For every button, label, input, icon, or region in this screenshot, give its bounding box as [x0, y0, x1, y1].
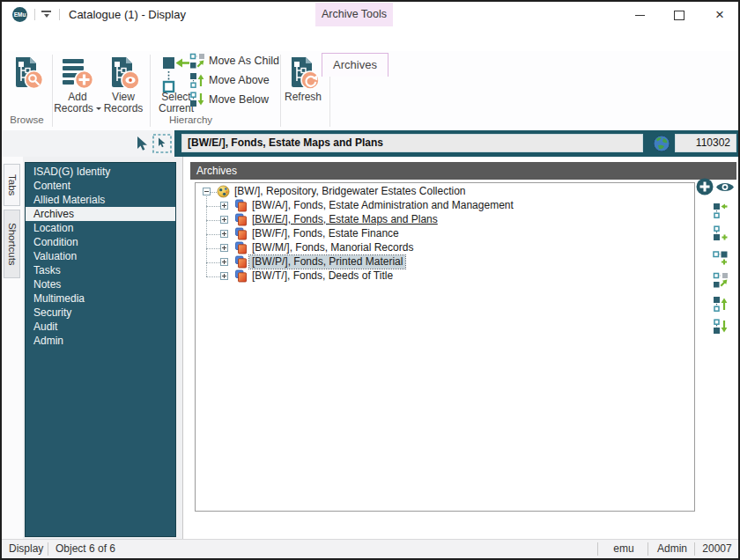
fonds-icon	[234, 269, 248, 283]
sidebar-item-security[interactable]: Security	[26, 306, 175, 320]
window-title: Catalogue (1) - Display	[69, 8, 186, 21]
side-tab-tabs[interactable]: Tabs	[4, 164, 20, 206]
record-header-bar: [BW/E/], Fonds, Estate Maps and Plans 11…	[174, 130, 738, 157]
sidebar-item-admin[interactable]: Admin	[26, 334, 175, 348]
selection-header-row: [BW/E/], Fonds, Estate Maps and Plans 11…	[2, 130, 738, 157]
emu-logo-icon[interactable]: EMu	[12, 7, 27, 22]
sidebar-item-valuation[interactable]: Valuation	[26, 249, 175, 263]
sidebar-item-location[interactable]: Location	[26, 221, 175, 235]
tree-row[interactable]: [BW/F/], Fonds, Estate Finance	[196, 227, 692, 241]
tree-node-label[interactable]: [BW/M/], Fonds, Manorial Records	[249, 241, 416, 254]
group-label-browse: Browse	[2, 114, 52, 125]
browse-records-icon[interactable]	[10, 55, 45, 91]
pointer-tool-button[interactable]	[131, 134, 151, 153]
move-node-below-button[interactable]	[713, 319, 729, 338]
tab-list-sidebar: ISAD(G) Identity Content Allied Material…	[25, 162, 176, 537]
view-node-button[interactable]	[715, 181, 735, 197]
sidebar-item-content[interactable]: Content	[26, 179, 175, 193]
expand-toggle-icon[interactable]	[220, 244, 228, 252]
add-child-node-icon	[713, 225, 729, 241]
selection-box-pointer-icon	[152, 134, 172, 153]
view-records-button[interactable]: View Records	[97, 92, 150, 114]
tree-row[interactable]: [BW/T/], Fonds, Deeds of Title	[196, 269, 692, 284]
sidebar-item-multimedia[interactable]: Multimedia	[26, 291, 175, 306]
sidebar-item-audit[interactable]: Audit	[26, 320, 175, 334]
tree-node-label-selected[interactable]: [BW/P/], Fonds, Printed Material	[249, 255, 405, 269]
add-sibling-node-button[interactable]	[713, 249, 729, 269]
side-tab-strip: Tabs Shortcuts	[2, 157, 23, 539]
tree-row[interactable]: [BW/E/], Fonds, Estate Maps and Plans	[196, 213, 692, 227]
current-record-title[interactable]: [BW/E/], Fonds, Estate Maps and Plans	[181, 134, 643, 152]
expand-toggle-icon[interactable]	[220, 202, 228, 210]
sidebar-item-allied-materials[interactable]: Allied Materials	[26, 193, 175, 207]
move-below-icon	[189, 92, 205, 107]
move-above-button[interactable]: Move Above	[189, 72, 270, 88]
sidebar-item-condition[interactable]: Condition	[26, 235, 175, 249]
fonds-icon	[234, 241, 248, 254]
expand-toggle-icon[interactable]	[220, 258, 228, 266]
refresh-button[interactable]: Refresh	[277, 92, 329, 103]
view-records-icon[interactable]	[106, 55, 141, 91]
add-child-node-button[interactable]	[713, 225, 729, 245]
sidebar-item-isadg-identity[interactable]: ISAD(G) Identity	[26, 165, 175, 179]
move-as-child-node-button[interactable]	[713, 272, 729, 291]
add-node-button[interactable]	[696, 178, 714, 199]
tree-row[interactable]: [BW/M/], Fonds, Manorial Records	[196, 241, 692, 255]
eye-icon	[715, 181, 735, 194]
globe-icon[interactable]	[653, 135, 670, 152]
side-tab-shortcuts[interactable]: Shortcuts	[4, 210, 20, 278]
add-records-button[interactable]: Add Records	[51, 92, 104, 114]
move-below-button[interactable]: Move Below	[189, 92, 269, 107]
tree-node-label[interactable]: [BW/F/], Fonds, Estate Finance	[249, 227, 402, 240]
repository-icon	[217, 185, 230, 198]
status-port: 20007	[699, 540, 736, 558]
hierarchy-tree[interactable]: [BW/], Repository, Bridgewater Estates C…	[195, 182, 695, 512]
select-current-node-button[interactable]	[713, 203, 729, 222]
fonds-icon	[234, 199, 248, 212]
refresh-icon[interactable]	[285, 55, 321, 91]
body: Tabs Shortcuts ISAD(G) Identity Content …	[2, 157, 738, 539]
fonds-icon	[234, 255, 248, 269]
status-username: Admin	[654, 540, 691, 558]
add-records-icon[interactable]	[60, 55, 95, 91]
expand-toggle-icon[interactable]	[220, 272, 228, 280]
expand-toggle-icon[interactable]	[220, 230, 228, 238]
select-current-icon[interactable]	[160, 55, 192, 95]
sidebar-item-archives[interactable]: Archives	[26, 207, 175, 221]
status-position: Object 6 of 6	[56, 540, 115, 558]
select-region-tool-button[interactable]	[152, 134, 172, 153]
tree-node-label-current-record[interactable]: [BW/E/], Fonds, Estate Maps and Plans	[249, 213, 440, 226]
tree-node-label[interactable]: [BW/A/], Fonds, Estate Administration an…	[249, 199, 516, 212]
sidebar-item-tasks[interactable]: Tasks	[26, 263, 175, 277]
move-as-child-button[interactable]: Move As Child	[189, 53, 279, 69]
record-irn[interactable]: 110302	[675, 134, 736, 152]
expand-toggle-icon[interactable]	[220, 216, 228, 224]
titlebar-separator	[59, 9, 60, 20]
panel-header: Archives	[190, 162, 736, 180]
move-node-below-icon	[713, 319, 729, 335]
pointer-icon	[134, 136, 149, 151]
tree-row[interactable]: [BW/P/], Fonds, Printed Material	[196, 255, 692, 269]
quick-access-dropdown-icon[interactable]	[41, 11, 51, 19]
move-above-icon	[189, 72, 205, 88]
select-current-node-icon	[713, 203, 729, 218]
tree-row[interactable]: [BW/], Repository, Bridgewater Estates C…	[196, 185, 692, 199]
move-node-above-button[interactable]	[713, 296, 729, 315]
sidebar-item-notes[interactable]: Notes	[26, 277, 175, 291]
minimize-button[interactable]	[625, 6, 654, 24]
titlebar-separator	[34, 9, 35, 20]
tree-node-label[interactable]: [BW/T/], Fonds, Deeds of Title	[249, 269, 396, 283]
status-mode: Display	[9, 540, 43, 558]
tree-node-label[interactable]: [BW/], Repository, Bridgewater Estates C…	[232, 185, 469, 198]
ribbon-tab-row: File Home Edit View Tools Catalogue Arch…	[2, 27, 738, 51]
fonds-icon	[234, 213, 248, 226]
collapse-toggle-icon[interactable]	[203, 188, 211, 195]
tree-row[interactable]: [BW/A/], Fonds, Estate Administration an…	[196, 199, 692, 213]
close-button[interactable]: ×	[705, 6, 735, 24]
maximize-button[interactable]	[665, 6, 693, 24]
plus-circle-icon	[696, 178, 714, 195]
archives-panel: Archives [BW/], Repository, Bridgewater …	[182, 157, 738, 539]
move-as-child-node-icon	[713, 272, 729, 288]
tab-archives[interactable]: Archives	[322, 53, 388, 77]
group-label-hierarchy: Hierarchy	[52, 114, 329, 125]
